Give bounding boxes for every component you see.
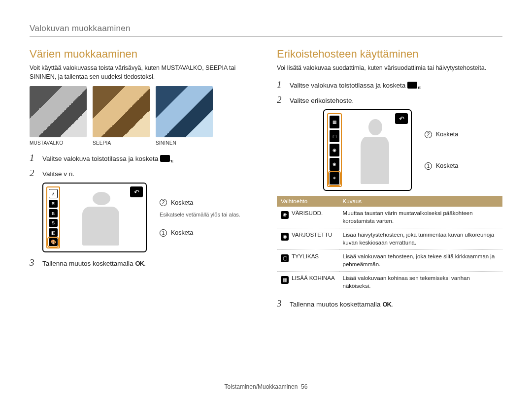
options-table: Vaihtoehto Kuvaus ❀VÄRISUOD. Muuttaa tau… bbox=[277, 196, 502, 293]
opt-name-3: LISÄÄ KOHINAA bbox=[292, 275, 335, 281]
left-kosketa-2: Kosketa bbox=[171, 198, 193, 208]
thumb-sepia-label: SEEPIA bbox=[93, 140, 150, 146]
step-number-3: 3 bbox=[30, 257, 37, 268]
left-step-2: 2 Valitse v ri. bbox=[30, 168, 255, 179]
back-icon[interactable]: ↶ bbox=[395, 113, 408, 124]
breadcrumb: Valokuvan muokkaaminen bbox=[30, 24, 502, 37]
left-callouts: 2 Kosketa Esikatsele vetämällä ylös tai … bbox=[160, 189, 240, 247]
opt-name-2: TYYLIKÄS bbox=[292, 253, 319, 259]
right-heading: Erikoistehosteen käyttäminen bbox=[277, 48, 502, 61]
right-kosketa-2: Kosketa bbox=[436, 129, 458, 139]
left-hint: Esikatsele vetämällä ylös tai alas. bbox=[160, 211, 240, 219]
left-step-3: 3 Tallenna muutos koskettamalla OK. bbox=[30, 257, 255, 269]
right-step3-text: Tallenna muutos koskettamalla bbox=[290, 301, 381, 308]
color-s-icon[interactable]: S bbox=[49, 219, 58, 227]
right-callouts: 2 Kosketa 1 Kosketa bbox=[425, 121, 458, 180]
step-number-2: 2 bbox=[30, 168, 37, 179]
step-number-2r: 2 bbox=[277, 94, 285, 105]
right-step2-text: Valitse erikoistehoste. bbox=[290, 96, 354, 106]
back-icon[interactable]: ↶ bbox=[130, 186, 143, 197]
footer: Toistaminen/Muokkaaminen 56 bbox=[0, 383, 532, 390]
footer-page: 56 bbox=[301, 383, 307, 390]
ok-icon: OK bbox=[382, 301, 391, 308]
effect-colorfilter-icon[interactable]: ❀ bbox=[330, 158, 339, 171]
left-ui-panel: ∧ R B S ◧ 🎨 ↶ 2 Kosketa bbox=[42, 183, 255, 252]
opt-desc-0: Muuttaa taustan värin mustavalkoiseksi p… bbox=[339, 207, 502, 228]
left-step3-text: Tallenna muutos koskettamalla bbox=[42, 260, 133, 267]
left-step2-text: Valitse v ri. bbox=[42, 169, 74, 179]
opt-name-0: VÄRISUOD. bbox=[292, 210, 323, 216]
right-column: Erikoistehosteen käyttäminen Voi lisätä … bbox=[277, 48, 502, 313]
left-kosketa-1: Kosketa bbox=[171, 228, 193, 238]
colorfilter-icon: ❀ bbox=[281, 211, 289, 219]
scroll-up-icon[interactable]: ∧ bbox=[49, 189, 58, 198]
table-row: ❀VÄRISUOD. Muuttaa taustan värin mustava… bbox=[277, 207, 502, 228]
edit-icon bbox=[160, 155, 170, 162]
thumb-blue-label: SININEN bbox=[156, 140, 213, 146]
footer-section: Toistaminen/Muokkaaminen bbox=[225, 383, 298, 390]
effect-strip: ▦ ▢ ◉ ❀ ✶ bbox=[327, 113, 342, 187]
elegant-icon: ▢ bbox=[281, 254, 289, 262]
left-intro: Voit käyttää valokuvassa toista värisävy… bbox=[30, 63, 255, 81]
table-row: ▦LISÄÄ KOHINAA Lisää valokuvaan kohinaa … bbox=[277, 272, 502, 293]
noise-icon: ▦ bbox=[281, 276, 289, 284]
color-strip: ∧ R B S ◧ 🎨 bbox=[46, 186, 60, 248]
right-preview bbox=[345, 113, 408, 187]
callout-1-icon: 1 bbox=[425, 162, 432, 170]
opt-desc-1: Lisää häivytystehosteen, joka tummentaa … bbox=[339, 228, 502, 250]
left-column: Värien muokkaaminen Voit käyttää valokuv… bbox=[30, 48, 255, 313]
silhouette-icon bbox=[66, 189, 140, 246]
edit-icon bbox=[407, 82, 417, 89]
right-step-3: 3 Tallenna muutos koskettamalla OK. bbox=[277, 298, 502, 309]
step-number-1: 1 bbox=[30, 153, 37, 163]
opt-desc-2: Lisää valokuvaan tehosteen, joka tekee s… bbox=[339, 250, 502, 272]
silhouette-icon bbox=[348, 116, 405, 184]
right-kosketa-1: Kosketa bbox=[436, 161, 458, 171]
callout-2-icon: 2 bbox=[425, 131, 432, 138]
effect-elegant-icon[interactable]: ▢ bbox=[330, 130, 339, 143]
ok-icon: OK bbox=[135, 260, 144, 267]
right-step1-text: Valitse valokuva toistotilassa ja kosket… bbox=[290, 82, 405, 89]
table-row: ◉VARJOSTETTU Lisää häivytystehosteen, jo… bbox=[277, 228, 502, 250]
left-step1-text: Valitse valokuva toistotilassa ja kosket… bbox=[42, 155, 158, 162]
callout-1-icon: 1 bbox=[160, 229, 167, 237]
opt-name-1: VARJOSTETTU bbox=[292, 232, 332, 238]
thumb-sepia-image bbox=[93, 86, 150, 137]
opt-desc-3: Lisää valokuvaan kohinaa sen tekemiseksi… bbox=[339, 272, 502, 293]
th-desc: Kuvaus bbox=[339, 196, 502, 207]
right-step-1: 1 Valitse valokuva toistotilassa ja kosk… bbox=[277, 79, 502, 91]
color-b-icon[interactable]: B bbox=[49, 209, 58, 217]
thumb-blue-image bbox=[156, 86, 213, 137]
color-palette-icon[interactable]: 🎨 bbox=[49, 238, 58, 247]
right-ui-panel: ▦ ▢ ◉ ❀ ✶ ↶ 2 Kosketa 1 Kosketa bbox=[290, 109, 502, 191]
vignette-icon: ◉ bbox=[281, 233, 289, 241]
thumb-blue: SININEN bbox=[156, 86, 213, 146]
right-step-2: 2 Valitse erikoistehoste. bbox=[277, 94, 502, 106]
th-option: Vaihtoehto bbox=[277, 196, 339, 207]
right-intro: Voi lisätä valokuvaa suodattimia, kuten … bbox=[277, 63, 502, 72]
left-screen: ∧ R B S ◧ 🎨 ↶ bbox=[42, 183, 147, 252]
thumb-sepia: SEEPIA bbox=[93, 86, 150, 146]
effect-selected-icon[interactable]: ✶ bbox=[330, 172, 339, 185]
step-number-3r: 3 bbox=[277, 298, 285, 309]
left-heading: Värien muokkaaminen bbox=[30, 48, 255, 61]
thumb-bw-label: MUSTAVALKO bbox=[30, 140, 87, 146]
color-bw-icon[interactable]: ◧ bbox=[49, 228, 58, 237]
color-thumbs: MUSTAVALKO SEEPIA SININEN bbox=[30, 86, 255, 146]
thumb-bw-image bbox=[30, 86, 87, 137]
effect-noise-icon[interactable]: ▦ bbox=[330, 116, 339, 128]
step-number-1r: 1 bbox=[277, 79, 285, 90]
right-screen: ▦ ▢ ◉ ❀ ✶ ↶ bbox=[323, 109, 412, 191]
callout-2-icon: 2 bbox=[160, 199, 167, 206]
table-row: ▢TYYLIKÄS Lisää valokuvaan tehosteen, jo… bbox=[277, 250, 502, 272]
color-r-icon[interactable]: R bbox=[49, 200, 58, 208]
effect-vignette-icon[interactable]: ◉ bbox=[330, 144, 339, 156]
thumb-bw: MUSTAVALKO bbox=[30, 86, 87, 146]
left-step-1: 1 Valitse valokuva toistotilassa ja kosk… bbox=[30, 153, 255, 164]
